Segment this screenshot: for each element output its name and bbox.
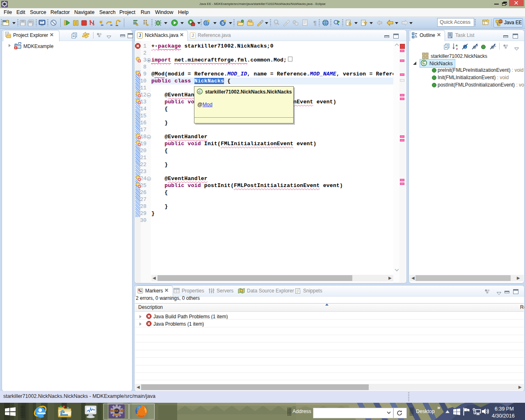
svg-text:C: C: [199, 89, 201, 94]
svg-text:J: J: [192, 33, 194, 38]
svg-text:S: S: [221, 21, 224, 25]
svg-text:C: C: [422, 61, 426, 65]
svg-text:z: z: [456, 47, 458, 50]
svg-text:¶: ¶: [313, 20, 317, 26]
svg-text:J: J: [139, 33, 141, 38]
svg-text:IDE: IDE: [114, 412, 121, 417]
